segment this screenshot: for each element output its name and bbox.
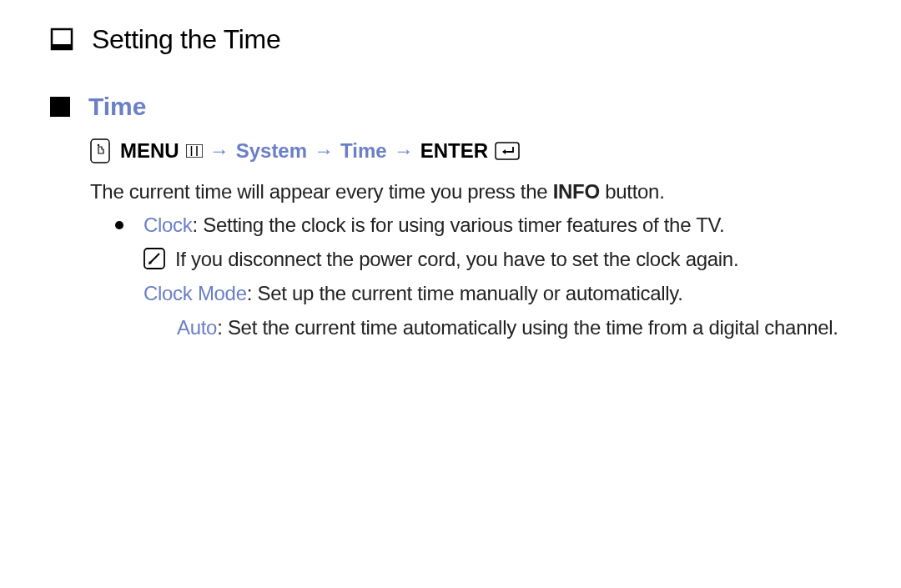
intro-bold: INFO: [553, 180, 600, 203]
intro-pre: The current time will appear every time …: [90, 180, 553, 203]
clock-content: Clock: Setting the clock is for using va…: [143, 211, 868, 342]
enter-icon: [495, 142, 520, 160]
note-text: If you disconnect the power cord, you ha…: [175, 245, 738, 274]
clock-mode-line: Clock Mode: Set up the current time manu…: [143, 279, 868, 309]
nav-system: System: [236, 137, 307, 166]
clock-mode-desc: : Set up the current time manually or au…: [247, 282, 683, 304]
clock-line: Clock: Setting the clock is for using va…: [143, 211, 868, 240]
clock-desc: : Setting the clock is for using various…: [193, 214, 725, 236]
page-title-row: Setting the Time: [50, 20, 868, 58]
notebook-icon: [50, 28, 73, 51]
arrow-icon: →: [208, 137, 231, 166]
svg-rect-4: [186, 144, 203, 158]
nav-time: Time: [340, 137, 387, 166]
arrow-icon: →: [392, 137, 415, 166]
arrow-icon: →: [312, 137, 335, 166]
auto-desc: : Set the current time automatically usi…: [217, 316, 838, 339]
clock-label: Clock: [143, 214, 193, 236]
svg-rect-1: [52, 44, 72, 49]
clock-bullet-row: Clock: Setting the clock is for using va…: [115, 211, 868, 342]
auto-line: Auto: Set the current time automatically…: [177, 314, 868, 343]
intro-post: button.: [600, 180, 665, 203]
touch-icon: [90, 138, 110, 163]
page-title: Setting the Time: [92, 20, 280, 58]
enter-label: ENTER: [420, 137, 488, 166]
clock-mode-label: Clock Mode: [143, 282, 247, 304]
square-bullet-icon: [50, 97, 70, 117]
section-title: Time: [88, 88, 146, 125]
note-row: If you disconnect the power cord, you ha…: [143, 245, 868, 274]
menu-bars-icon: [186, 144, 203, 158]
svg-point-3: [98, 144, 99, 146]
section-row: Time: [50, 88, 868, 125]
svg-rect-2: [91, 139, 109, 163]
intro-text: The current time will appear every time …: [90, 178, 868, 207]
menu-label: MENU: [120, 137, 179, 166]
pencil-note-icon: [143, 248, 165, 269]
svg-rect-7: [496, 143, 519, 159]
auto-label: Auto: [177, 316, 217, 339]
menu-path: MENU → System → Time → ENTER: [90, 137, 868, 166]
bullet-icon: [115, 221, 123, 229]
